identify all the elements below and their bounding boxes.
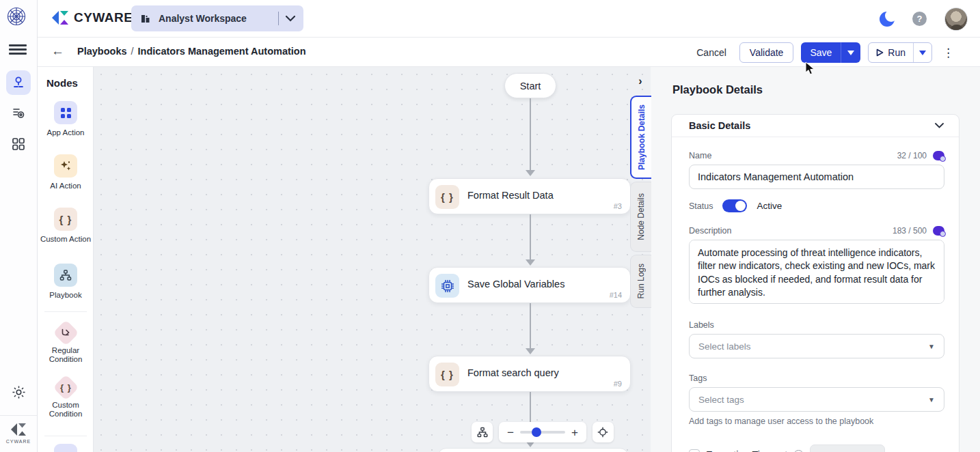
- palette-item-regular-condition[interactable]: Regular Condition: [38, 321, 94, 364]
- edge-node2-to-node3: [530, 303, 531, 348]
- braces-icon: { }: [435, 363, 459, 386]
- run-button[interactable]: Run: [869, 43, 913, 62]
- ai-assist-icon[interactable]: [933, 226, 944, 236]
- braces-icon: { }: [435, 185, 459, 209]
- locate-icon: [597, 427, 608, 438]
- canvas-node-partial[interactable]: [437, 448, 629, 452]
- zoom-out-button[interactable]: −: [507, 427, 514, 438]
- node-title: Format search query: [467, 367, 559, 378]
- node-title: Save Global Variables: [467, 279, 564, 289]
- help-icon[interactable]: ?: [912, 12, 927, 26]
- node-title: Format Result Data: [467, 190, 554, 201]
- palette-item-custom-condition[interactable]: { } Custom Condition: [38, 376, 94, 419]
- cyware-rail-logo: CYWARE: [0, 415, 37, 444]
- workspace-divider: [278, 12, 279, 25]
- cyware-rail-logo-text: CYWARE: [0, 439, 37, 444]
- name-input[interactable]: [689, 165, 944, 189]
- dark-mode-moon-icon[interactable]: [880, 12, 895, 27]
- description-char-counter: 183 / 500: [893, 226, 927, 236]
- more-options-kebab-icon[interactable]: ⋮: [940, 44, 957, 61]
- status-label: Status: [689, 201, 713, 211]
- detail-tabs-strip: › Playbook Details Node Details Run Logs: [630, 67, 651, 452]
- playbook-canvas[interactable]: Start { } Format Result Data #3 Save Glo…: [94, 67, 651, 452]
- canvas-node-format-search-query[interactable]: { } Format search query #9: [428, 356, 631, 392]
- chevron-down-icon: ▼: [928, 343, 935, 350]
- name-label: Name: [689, 151, 711, 160]
- canvas-node-format-result-data[interactable]: { } Format Result Data #3: [428, 178, 631, 214]
- zoom-slider[interactable]: [520, 431, 565, 434]
- palette-item-label: AI Action: [38, 182, 94, 190]
- palette-item-label: Playbook: [38, 291, 94, 300]
- save-dropdown-caret[interactable]: [841, 42, 860, 63]
- node-id: #14: [610, 291, 622, 299]
- auto-layout-button[interactable]: [472, 422, 493, 442]
- palette-item-label: Custom Action: [38, 235, 94, 244]
- panel-title: Playbook Details: [672, 83, 763, 96]
- start-node[interactable]: Start: [504, 73, 556, 98]
- palette-divider: [44, 436, 87, 436]
- playbook-details-panel: Playbook Details Basic Details Name 32 /…: [651, 67, 980, 452]
- section-title: Basic Details: [689, 120, 750, 131]
- palette-item-label: Custom Condition: [38, 401, 94, 419]
- name-char-counter: 32 / 100: [897, 151, 927, 160]
- zoom-in-button[interactable]: +: [571, 427, 578, 438]
- user-avatar[interactable]: [944, 8, 968, 31]
- tab-run-logs[interactable]: Run Logs: [630, 255, 651, 308]
- sidebar-item-apps[interactable]: [6, 132, 31, 156]
- validate-button[interactable]: Validate: [739, 42, 794, 63]
- chevron-down-icon[interactable]: [935, 123, 944, 128]
- run-button-group: Run: [868, 42, 932, 63]
- breadcrumb: Playbooks/Indicators Management Automati…: [77, 46, 306, 57]
- canvas-node-save-global-variables[interactable]: Save Global Variables #14: [428, 267, 631, 303]
- workspace-selector[interactable]: Analyst Workspace: [131, 5, 303, 31]
- collapse-panel-chevron-icon[interactable]: ›: [631, 72, 649, 90]
- description-textarea[interactable]: Automate processing of threat intelligen…: [689, 240, 944, 304]
- nodes-panel-title: Nodes: [38, 67, 93, 89]
- breadcrumb-section[interactable]: Playbooks: [77, 46, 127, 57]
- save-button[interactable]: Save: [801, 42, 841, 63]
- labels-label: Labels: [689, 320, 714, 330]
- timeout-input[interactable]: [810, 444, 885, 452]
- edge-arrowhead: [526, 348, 535, 354]
- tags-select[interactable]: Select tags ▼: [689, 387, 944, 412]
- sidebar-item-orchestrate[interactable]: [6, 70, 31, 95]
- palette-item-playbook[interactable]: Playbook: [38, 264, 94, 300]
- zoom-control: − +: [499, 422, 586, 442]
- zoom-slider-knob[interactable]: [532, 427, 541, 437]
- settings-gear-icon[interactable]: [8, 381, 29, 403]
- brand-name: CYWARE: [74, 10, 133, 25]
- palette-item-partial[interactable]: [54, 444, 77, 452]
- ai-assist-icon[interactable]: [933, 151, 944, 160]
- fit-view-button[interactable]: [593, 422, 614, 442]
- cancel-button[interactable]: Cancel: [691, 44, 732, 61]
- run-dropdown-caret[interactable]: [913, 43, 931, 62]
- description-label: Description: [689, 226, 732, 236]
- status-value: Active: [757, 201, 782, 211]
- info-icon[interactable]: i: [793, 450, 804, 452]
- edge-node1-to-node2: [530, 214, 531, 259]
- app-spiral-logo-icon: [5, 5, 28, 28]
- back-arrow-icon[interactable]: ←: [51, 44, 64, 59]
- hamburger-menu-icon[interactable]: [9, 42, 27, 57]
- layout-hierarchy-icon: [477, 427, 488, 438]
- basic-details-header[interactable]: Basic Details: [672, 115, 959, 137]
- tags-label: Tags: [689, 373, 707, 383]
- tab-playbook-details[interactable]: Playbook Details: [630, 96, 651, 179]
- top-bar: CYWARE ™ Analyst Workspace ?: [38, 0, 980, 38]
- chip-icon: [435, 274, 459, 298]
- sidebar-item-data-settings[interactable]: [6, 101, 31, 126]
- execution-timeout-checkbox[interactable]: [689, 449, 700, 452]
- edge-arrowhead: [526, 170, 535, 176]
- palette-item-ai-action[interactable]: AI Action: [38, 154, 94, 190]
- labels-placeholder: Select labels: [698, 341, 751, 352]
- labels-select[interactable]: Select labels ▼: [689, 334, 944, 358]
- palette-item-app-action[interactable]: App Action: [38, 101, 94, 137]
- tags-placeholder: Select tags: [698, 395, 744, 405]
- tab-node-details[interactable]: Node Details: [630, 182, 651, 252]
- tags-help-text: Add tags to manage user access to the pl…: [689, 416, 944, 426]
- workspace-label: Analyst Workspace: [159, 13, 278, 24]
- palette-item-custom-action[interactable]: { } Custom Action: [38, 208, 94, 244]
- regular-condition-branch-icon: [53, 320, 79, 345]
- status-toggle[interactable]: [722, 199, 747, 212]
- node-id: #9: [614, 380, 622, 388]
